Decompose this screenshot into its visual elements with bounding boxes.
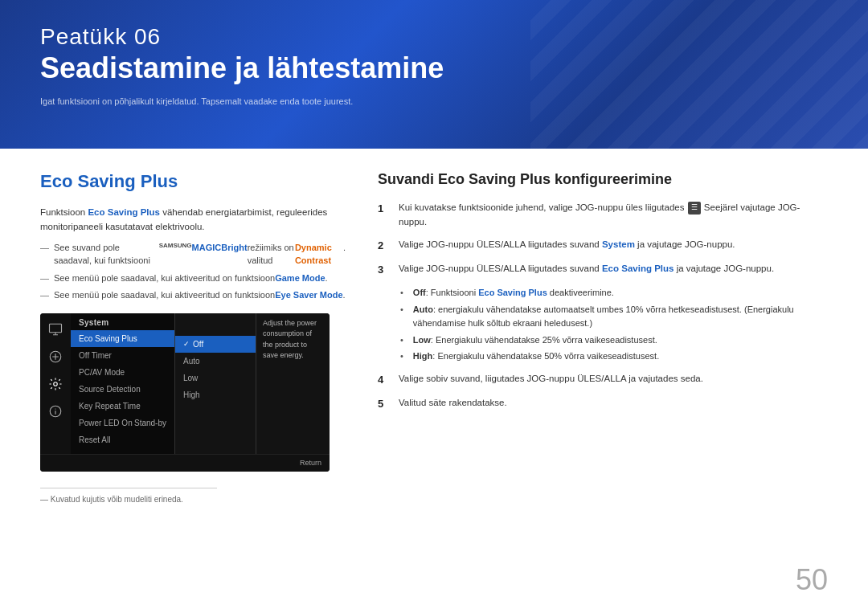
- osd-item-source-detection[interactable]: Source Detection: [71, 381, 174, 398]
- page-number: 50: [796, 563, 828, 597]
- step-5: 5 Valitud säte rakendatakse.: [378, 396, 828, 412]
- osd-sub-off[interactable]: Off: [175, 336, 256, 353]
- step-5-text: Valitud säte rakendatakse.: [399, 396, 828, 412]
- section-body: Funktsioon Eco Saving Plus vähendab ener…: [40, 205, 346, 302]
- bullet-list: Off: Funktsiooni Eco Saving Plus deaktiv…: [400, 286, 828, 364]
- eco-saving-highlight: Eco Saving Plus: [88, 207, 159, 217]
- step-3-num: 3: [378, 262, 389, 278]
- step-2-text: Valige JOG-nuppu ÜLES/ALLA liigutades su…: [399, 238, 828, 254]
- step-4: 4 Valige sobiv suvand, liigutades JOG-nu…: [378, 372, 828, 388]
- main-content: Eco Saving Plus Funktsioon Eco Saving Pl…: [0, 149, 868, 520]
- osd-menu: System Eco Saving Plus Off Timer PC/AV M…: [71, 313, 330, 454]
- bullet-high: High: Energiakulu vähendatakse 50% võrra…: [400, 349, 828, 364]
- right-column: Suvandi Eco Saving Plus konfigureerimine…: [378, 171, 828, 504]
- bullet-auto: Auto: energiakulu vähendatakse automaats…: [400, 303, 828, 331]
- note-1: See suvand pole saadaval, kui funktsioon…: [40, 241, 346, 268]
- osd-adjust-icon: [46, 347, 65, 366]
- step-4-num: 4: [378, 372, 389, 388]
- step-3: 3 Valige JOG-nuppu ÜLES/ALLA liigutades …: [378, 262, 828, 278]
- bullet-low: Low: Energiakulu vähendatakse 25% võrra …: [400, 333, 828, 348]
- osd-bottom-bar: Return: [40, 454, 330, 472]
- image-note: Kuvatud kujutis võib mudeliti erineda.: [40, 488, 217, 504]
- step-2: 2 Valige JOG-nuppu ÜLES/ALLA liigutades …: [378, 238, 828, 254]
- osd-info-icon: [46, 402, 65, 421]
- section-title: Eco Saving Plus: [40, 171, 346, 192]
- osd-sub-low[interactable]: Low: [175, 370, 256, 386]
- osd-item-off-timer[interactable]: Off Timer: [71, 347, 174, 364]
- step-3-text: Valige JOG-nuppu ÜLES/ALLA liigutades su…: [399, 262, 828, 278]
- osd-item-key-repeat[interactable]: Key Repeat Time: [71, 398, 174, 415]
- svg-point-9: [55, 408, 55, 409]
- osd-icon-strip: [40, 313, 71, 454]
- steps-list: 1 Kui kuvatakse funktsioonide juhend, va…: [378, 201, 828, 278]
- osd-item-eco-saving[interactable]: Eco Saving Plus: [71, 330, 174, 347]
- step-1-num: 1: [378, 201, 389, 230]
- dynamic-contrast-link: Dynamic Contrast: [295, 241, 343, 268]
- page-header: Peatükk 06 Seadistamine ja lähtestamine …: [0, 0, 868, 149]
- bullet-off: Off: Funktsiooni Eco Saving Plus deaktiv…: [400, 286, 828, 300]
- osd-area: System Eco Saving Plus Off Timer PC/AV M…: [40, 313, 330, 454]
- note-2: See menüü pole saadaval, kui aktiveeritu…: [40, 272, 346, 285]
- osd-sub-high[interactable]: High: [175, 386, 256, 403]
- step-2-num: 2: [378, 238, 389, 254]
- step-1-text: Kui kuvatakse funktsioonide juhend, vali…: [399, 201, 828, 230]
- left-column: Eco Saving Plus Funktsioon Eco Saving Pl…: [40, 171, 346, 504]
- svg-rect-0: [50, 324, 62, 333]
- osd-item-power-led[interactable]: Power LED On Stand-by: [71, 415, 174, 431]
- osd-monitor-icon: [46, 320, 65, 339]
- osd-menu-left: System Eco Saving Plus Off Timer PC/AV M…: [71, 313, 175, 454]
- right-section-title: Suvandi Eco Saving Plus konfigureerimine: [378, 171, 828, 188]
- note-3: See menüü pole saadaval, kui aktiveeritu…: [40, 288, 346, 302]
- osd-item-pcav[interactable]: PC/AV Mode: [71, 364, 174, 381]
- header-subtitle: Igat funktsiooni on põhjalikult kirjelda…: [40, 96, 828, 106]
- step2-system-link: System: [602, 239, 635, 249]
- monitor-osd: System Eco Saving Plus Off Timer PC/AV M…: [40, 313, 330, 472]
- svg-point-6: [54, 382, 58, 386]
- step3-eco-link: Eco Saving Plus: [602, 264, 674, 273]
- step-4-text: Valige sobiv suvand, liigutades JOG-nupp…: [399, 372, 828, 388]
- osd-info-text: Adjust the power consumption of the prod…: [256, 313, 330, 454]
- game-mode-link: Game Mode: [275, 272, 325, 285]
- intro-text: Funktsioon Eco Saving Plus vähendab ener…: [40, 205, 346, 235]
- step-1: 1 Kui kuvatakse funktsioonide juhend, va…: [378, 201, 828, 230]
- step-5-num: 5: [378, 396, 389, 412]
- osd-item-reset-all[interactable]: Reset All: [71, 431, 174, 448]
- osd-return-label: Return: [300, 459, 321, 467]
- eye-saver-link: Eye Saver Mode: [275, 288, 342, 302]
- osd-menu-title: System: [71, 313, 174, 330]
- osd-sub-auto[interactable]: Auto: [175, 353, 256, 370]
- osd-sub-menu: Off Auto Low High: [175, 313, 256, 454]
- chapter-label: Peatükk 06: [40, 24, 828, 50]
- osd-settings-icon: [46, 374, 65, 394]
- kbd-icon-1: ☰: [688, 202, 701, 215]
- chapter-title: Seadistamine ja lähtestamine: [40, 51, 828, 85]
- bullet-eco-link: Eco Saving Plus: [478, 288, 547, 297]
